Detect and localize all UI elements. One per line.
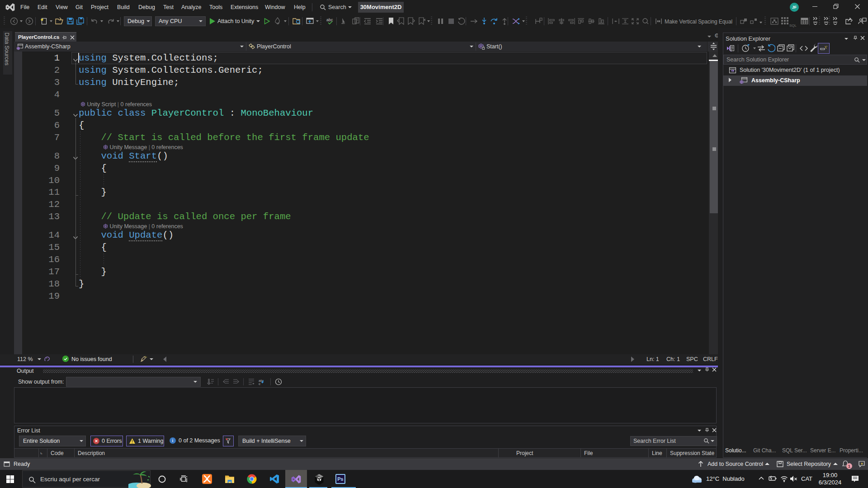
svg-text:c: c <box>259 382 260 385</box>
